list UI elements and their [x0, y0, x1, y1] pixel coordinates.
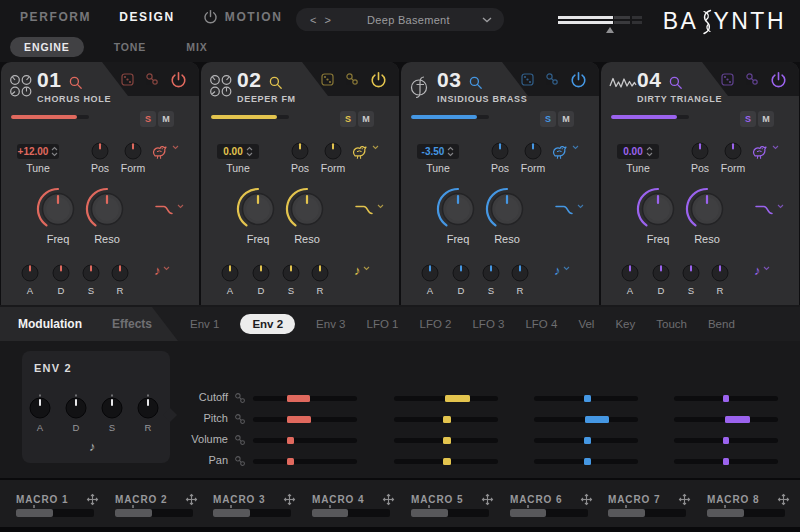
mod-amount-handle[interactable] [443, 416, 451, 423]
env2-a-knob[interactable] [27, 394, 53, 420]
mod-amount-slider[interactable] [394, 438, 498, 443]
mute-button[interactable]: M [358, 111, 374, 127]
mod-source-tab-lfo-2[interactable]: LFO 2 [420, 318, 452, 330]
env-r-knob[interactable] [509, 262, 531, 284]
mod-amount-slider[interactable] [253, 459, 357, 464]
randomize-dice-icon[interactable] [121, 73, 134, 86]
note-icon[interactable]: ♪ [89, 439, 96, 454]
macro-assign-icon[interactable] [580, 493, 593, 506]
macro-slider-3[interactable] [213, 509, 291, 517]
mod-amount-slider[interactable] [394, 459, 498, 464]
main-tab-design[interactable]: DESIGN [119, 10, 175, 24]
freq-knob[interactable] [35, 186, 81, 232]
mod-amount-handle[interactable] [443, 437, 451, 444]
tune-field[interactable]: +12.00 [17, 144, 59, 159]
macro-slider-1[interactable] [16, 509, 94, 517]
mod-amount-handle[interactable] [725, 416, 750, 423]
power-icon[interactable] [370, 71, 387, 88]
preset-next-button[interactable]: > [320, 14, 334, 26]
randomize-dice-icon[interactable] [321, 73, 334, 86]
env-r-knob[interactable] [709, 262, 731, 284]
bird-icon[interactable] [150, 143, 179, 161]
macro-slider-7[interactable] [608, 509, 686, 517]
link-icon[interactable] [145, 72, 159, 86]
env-d-knob[interactable] [250, 262, 272, 284]
macro-slider-5[interactable] [411, 509, 489, 517]
osc-type-wave-icon[interactable] [609, 74, 637, 96]
mod-amount-slider[interactable] [394, 396, 498, 401]
power-icon[interactable] [770, 71, 787, 88]
env-s-knob[interactable] [280, 262, 302, 284]
mod-amount-handle[interactable] [287, 458, 294, 465]
preset-selector[interactable]: < > Deep Basement [296, 8, 504, 31]
pos-knob[interactable] [689, 140, 711, 162]
mod-amount-slider[interactable] [253, 396, 357, 401]
mute-button[interactable]: M [558, 111, 574, 127]
link-icon[interactable] [745, 72, 759, 86]
filter-curve-icon[interactable] [155, 202, 184, 216]
mod-amount-handle[interactable] [445, 395, 470, 402]
mod-amount-slider[interactable] [674, 417, 778, 422]
form-knob[interactable] [122, 140, 144, 162]
solo-button[interactable]: S [540, 111, 556, 127]
mod-source-tab-vel[interactable]: Vel [578, 318, 594, 330]
mod-source-tab-env-2[interactable]: Env 2 [240, 314, 295, 334]
mod-source-tab-lfo-1[interactable]: LFO 1 [367, 318, 399, 330]
pos-knob[interactable] [289, 140, 311, 162]
env-r-knob[interactable] [309, 262, 331, 284]
mod-source-tab-env-3[interactable]: Env 3 [316, 318, 345, 330]
mod-source-tab-touch[interactable]: Touch [656, 318, 687, 330]
form-knob[interactable] [522, 140, 544, 162]
macro-assign-icon[interactable] [185, 493, 198, 506]
note-icon[interactable]: ♪ [754, 264, 770, 277]
preset-prev-button[interactable]: < [306, 14, 320, 26]
mod-amount-slider[interactable] [253, 438, 357, 443]
macro-slider-8[interactable] [707, 509, 785, 517]
tune-field[interactable]: -3.50 [417, 144, 459, 159]
search-icon[interactable] [469, 76, 483, 94]
env-s-knob[interactable] [680, 262, 702, 284]
subtab-engine[interactable]: ENGINE [10, 37, 84, 57]
mod-amount-slider[interactable] [534, 438, 638, 443]
main-tab-motion[interactable]: MOTION [203, 9, 283, 24]
reso-knob[interactable] [684, 186, 730, 232]
note-icon[interactable]: ♪ [354, 264, 370, 277]
env-a-knob[interactable] [219, 262, 241, 284]
section-tab-modulation[interactable]: Modulation [18, 317, 82, 331]
subtab-tone[interactable]: TONE [104, 37, 157, 57]
macro-assign-icon[interactable] [678, 493, 691, 506]
reso-knob[interactable] [484, 186, 530, 232]
mod-amount-slider[interactable] [674, 459, 778, 464]
randomize-dice-icon[interactable] [721, 73, 734, 86]
env2-r-knob[interactable] [135, 394, 161, 420]
env-d-knob[interactable] [50, 262, 72, 284]
mod-amount-handle[interactable] [443, 458, 451, 465]
search-icon[interactable] [669, 76, 683, 94]
osc-level-slider[interactable] [211, 115, 289, 119]
mod-amount-handle[interactable] [287, 437, 294, 444]
macro-assign-icon[interactable] [86, 493, 99, 506]
osc-type-quad-knob-icon[interactable] [9, 74, 35, 102]
mod-amount-handle[interactable] [287, 416, 311, 423]
mod-amount-handle[interactable] [723, 458, 729, 465]
env-s-knob[interactable] [480, 262, 502, 284]
env2-s-knob[interactable] [99, 394, 125, 420]
tune-field[interactable]: 0.00 [217, 144, 259, 159]
env-a-knob[interactable] [419, 262, 441, 284]
mod-source-tab-lfo-4[interactable]: LFO 4 [525, 318, 557, 330]
macro-slider-4[interactable] [312, 509, 390, 517]
power-icon[interactable] [570, 71, 587, 88]
reso-knob[interactable] [84, 186, 130, 232]
randomize-dice-icon[interactable] [521, 73, 534, 86]
osc-level-slider[interactable] [411, 115, 489, 119]
mod-source-tab-env-1[interactable]: Env 1 [190, 318, 219, 330]
mod-amount-slider[interactable] [534, 396, 638, 401]
form-knob[interactable] [722, 140, 744, 162]
macro-assign-icon[interactable] [382, 493, 395, 506]
bird-icon[interactable] [550, 143, 579, 161]
filter-curve-icon[interactable] [355, 202, 384, 216]
mod-amount-slider[interactable] [534, 459, 638, 464]
link-icon[interactable] [234, 455, 246, 467]
env-a-knob[interactable] [19, 262, 41, 284]
solo-button[interactable]: S [740, 111, 756, 127]
